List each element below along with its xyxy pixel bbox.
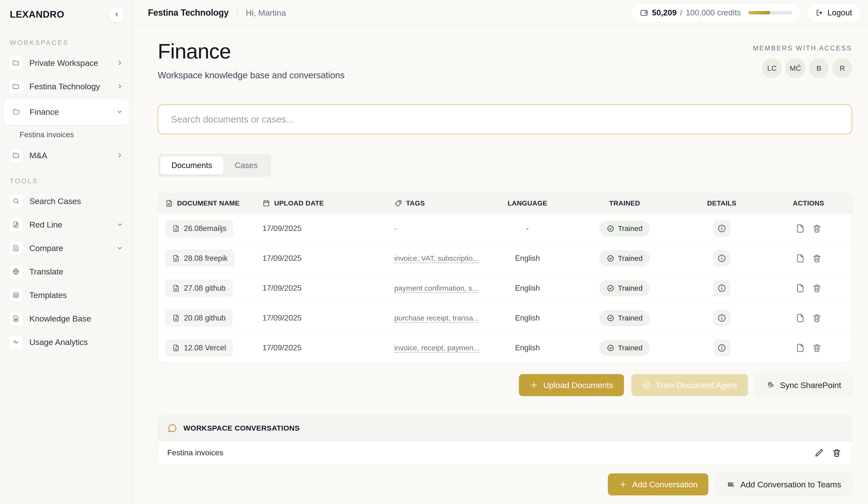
sidebar-item-knowledge-base[interactable]: Knowledge Base — [3, 307, 130, 330]
file-icon — [172, 284, 180, 292]
open-document-button[interactable] — [795, 253, 805, 263]
trash-icon — [812, 343, 822, 353]
credits-progress-fill — [748, 11, 770, 14]
document-name-pill: 27.08 github — [165, 279, 232, 297]
sidebar-item-templates[interactable]: Templates — [3, 283, 130, 307]
search-input[interactable] — [158, 104, 852, 134]
cell-details — [678, 243, 765, 273]
sync-sharepoint-button[interactable]: S Sync SharePoint — [755, 374, 852, 396]
info-icon — [717, 254, 726, 263]
open-document-button[interactable] — [795, 343, 805, 353]
avatar: B — [809, 59, 829, 78]
cell-language: English — [484, 303, 571, 333]
sidebar-subitem-festina-invoices[interactable]: Festina invoices — [3, 127, 130, 143]
delete-document-button[interactable] — [812, 224, 822, 233]
cell-actions — [765, 303, 852, 333]
table-row: 28.08 freepik 17/09/2025 invoice, VAT, s… — [158, 243, 852, 273]
cell-details — [678, 303, 765, 333]
delete-document-button[interactable] — [812, 253, 822, 263]
delete-conversation-button[interactable] — [832, 448, 841, 458]
details-info-button[interactable] — [713, 310, 730, 326]
cell-actions — [765, 273, 852, 303]
delete-document-button[interactable] — [812, 283, 822, 293]
conversations-header-label: WORKSPACE CONVERSATIONS — [183, 424, 300, 432]
trash-icon — [812, 224, 822, 233]
sidebar-item-search-cases[interactable]: Search Cases — [3, 189, 130, 213]
sidebar-item-compare[interactable]: Compare — [3, 236, 130, 260]
plus-icon — [619, 480, 627, 489]
check-circle-icon — [607, 284, 614, 292]
tab-cases[interactable]: Cases — [224, 157, 269, 174]
sidebar-item-ma[interactable]: M&A — [3, 144, 130, 167]
tags-link[interactable]: payment confirmation, s... — [394, 284, 478, 292]
train-document-agent-button[interactable]: Train Document Agent — [631, 374, 748, 396]
cell-language: English — [484, 273, 571, 303]
table-row: 20.08 github 17/09/2025 purchase receipt… — [158, 303, 852, 333]
logout-button[interactable]: Logout — [807, 3, 861, 22]
svg-text:T: T — [729, 483, 731, 486]
cell-language: English — [484, 243, 571, 273]
document-name-pill: 20.08 github — [165, 309, 232, 327]
file-icon — [172, 314, 180, 322]
details-info-button[interactable] — [713, 250, 730, 267]
folder-icon — [9, 148, 23, 162]
open-document-button[interactable] — [795, 224, 805, 233]
sidebar-collapse-button[interactable] — [108, 6, 125, 22]
calendar-icon — [262, 199, 270, 207]
open-document-button[interactable] — [795, 313, 805, 323]
edit-conversation-button[interactable] — [814, 448, 824, 458]
page-icon — [795, 224, 805, 233]
sidebar-item-label: Templates — [29, 290, 123, 300]
conversation-row[interactable]: Festina invoices — [158, 441, 852, 464]
file-icon — [172, 254, 180, 262]
page-icon — [795, 253, 805, 263]
document-icon — [165, 199, 173, 207]
cell-upload-date: 17/09/2025 — [255, 243, 387, 273]
sidebar-item-finance[interactable]: Finance — [3, 98, 130, 125]
open-document-button[interactable] — [795, 283, 805, 293]
details-info-button[interactable] — [713, 339, 730, 356]
sidebar-item-private-workspace[interactable]: Private Workspace — [3, 51, 130, 74]
tags-link[interactable]: purchase receipt, transa... — [394, 314, 479, 322]
details-info-button[interactable] — [713, 280, 730, 297]
conversations-header: WORKSPACE CONVERSATIONS — [158, 415, 852, 441]
info-icon — [717, 313, 726, 323]
tags-link[interactable]: invoice, VAT, subscriptio... — [394, 254, 479, 263]
page-icon — [795, 283, 805, 293]
sidebar-item-festina-technology[interactable]: Festina Technology — [3, 74, 130, 98]
table-row: 26.08emailjs 17/09/2025 - - Trained — [158, 213, 852, 243]
conversation-action-buttons: Add Conversation T Add Conversation to T… — [158, 473, 852, 495]
sidebar-item-translate[interactable]: Translate — [3, 260, 130, 283]
page-icon — [795, 343, 805, 353]
cell-document-name: 28.08 freepik — [158, 243, 255, 273]
credits-separator: / — [680, 8, 682, 17]
globe-icon — [9, 264, 23, 279]
column-header-document-name: DOCUMENT NAME — [158, 193, 255, 213]
add-conversation-to-teams-button[interactable]: T Add Conversation to Teams — [716, 473, 852, 495]
delete-document-button[interactable] — [812, 343, 822, 353]
delete-document-button[interactable] — [812, 313, 822, 323]
cell-document-name: 26.08emailjs — [158, 214, 255, 243]
divider — [237, 8, 237, 18]
cell-actions — [765, 214, 852, 243]
page-head-left: Finance Workspace knowledge base and con… — [158, 39, 344, 80]
tab-documents[interactable]: Documents — [160, 157, 224, 174]
sidebar-header: LEXANDRO — [0, 0, 133, 29]
sidebar: LEXANDRO WORKSPACES Private Workspace Fe… — [0, 0, 133, 504]
tags-link[interactable]: invoice, receipt, paymen... — [394, 344, 480, 352]
details-info-button[interactable] — [713, 220, 730, 237]
trash-icon — [812, 253, 822, 263]
page-head: Finance Workspace knowledge base and con… — [158, 39, 852, 80]
add-conversation-button[interactable]: Add Conversation — [608, 473, 708, 495]
members-label: MEMBERS WITH ACCESS — [753, 44, 852, 52]
workspace-conversations-panel: WORKSPACE CONVERSATIONS Festina invoices — [158, 415, 852, 465]
trained-badge: Trained — [599, 310, 650, 326]
sidebar-item-label: Search Cases — [29, 196, 123, 206]
check-circle-icon — [607, 225, 614, 232]
upload-documents-button[interactable]: Upload Documents — [519, 374, 624, 396]
sidebar-item-red-line[interactable]: Red Line — [3, 213, 130, 236]
cell-actions — [765, 333, 852, 363]
column-header-trained: TRAINED — [571, 193, 679, 213]
cell-tags: invoice, receipt, paymen... — [387, 333, 484, 363]
sidebar-item-usage-analytics[interactable]: Usage Analytics — [3, 330, 130, 354]
